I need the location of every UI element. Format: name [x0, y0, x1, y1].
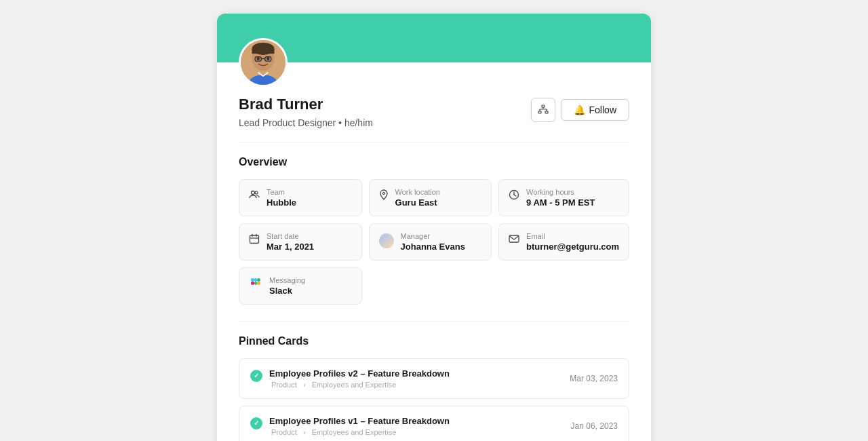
pinned-card-2-date: Jan 06, 2023	[571, 421, 618, 431]
divider-2	[239, 321, 629, 322]
overview-messaging: Messaging Slack	[239, 267, 362, 305]
svg-point-17	[252, 191, 255, 194]
email-value: bturner@getguru.com	[526, 242, 619, 252]
org-chart-icon	[538, 104, 549, 115]
slack-icon	[249, 276, 262, 290]
follow-label: Follow	[589, 104, 616, 115]
svg-rect-30	[257, 278, 260, 282]
overview-manager: Manager Johanna Evans	[369, 223, 492, 261]
svg-line-22	[514, 195, 516, 196]
svg-rect-23	[250, 235, 259, 244]
overview-team: Team Hubble	[239, 179, 362, 216]
overview-grid: Team Hubble Work location Guru East	[239, 179, 629, 305]
working-hours-value: 9 AM - 5 PM EST	[526, 197, 595, 208]
messaging-value: Slack	[269, 286, 305, 296]
overview-email: Email bturner@getguru.com	[498, 223, 629, 261]
pinned-cards-title: Pinned Cards	[239, 335, 629, 347]
profile-text: Brad Turner Lead Product Designer • he/h…	[239, 95, 373, 128]
pinned-card-2-title: Employee Profiles v1 – Feature Breakdown	[269, 416, 450, 426]
pinned-card-1-date: Mar 03, 2023	[570, 374, 618, 383]
team-value: Hubble	[267, 197, 296, 208]
svg-rect-12	[545, 111, 548, 113]
calendar-icon	[249, 233, 260, 247]
svg-rect-28	[251, 282, 254, 285]
svg-rect-29	[251, 278, 254, 282]
overview-section: Overview Team Hubble	[217, 156, 651, 321]
svg-rect-11	[538, 111, 541, 113]
manager-label: Manager	[401, 232, 465, 240]
svg-point-7	[267, 57, 270, 60]
profile-card: Brad Turner Lead Product Designer • he/h…	[217, 14, 651, 441]
work-location-value: Guru East	[395, 197, 440, 208]
location-icon	[379, 189, 389, 203]
svg-rect-31	[257, 282, 260, 285]
pinned-card-2-check	[250, 417, 262, 429]
start-date-label: Start date	[267, 232, 314, 240]
overview-title: Overview	[239, 156, 629, 168]
start-date-value: Mar 1, 2021	[267, 242, 314, 252]
overview-start-date: Start date Mar 1, 2021	[239, 223, 362, 261]
svg-point-19	[382, 192, 384, 194]
org-chart-button[interactable]	[531, 98, 555, 122]
clock-icon	[509, 189, 519, 203]
divider-1	[239, 142, 629, 142]
follow-button[interactable]: 🔔 Follow	[561, 99, 629, 121]
overview-working-hours: Working hours 9 AM - 5 PM EST	[498, 179, 629, 216]
profile-name: Brad Turner	[239, 95, 373, 115]
svg-point-6	[256, 57, 260, 60]
overview-work-location: Work location Guru East	[369, 179, 492, 216]
profile-subtitle: Lead Product Designer • he/him	[239, 117, 373, 128]
bell-icon: 🔔	[574, 104, 585, 115]
email-icon	[509, 233, 519, 246]
team-label: Team	[267, 188, 296, 196]
manager-avatar	[379, 233, 394, 248]
pinned-card-1-breadcrumb: Product › Employees and Expertise	[269, 381, 450, 389]
pinned-card-2[interactable]: Employee Profiles v1 – Feature Breakdown…	[239, 406, 629, 441]
working-hours-label: Working hours	[526, 188, 595, 196]
svg-rect-32	[254, 278, 257, 282]
svg-point-18	[255, 191, 258, 194]
pinned-card-2-left: Employee Profiles v1 – Feature Breakdown…	[250, 416, 450, 436]
pinned-card-1-left: Employee Profiles v2 – Feature Breakdown…	[250, 368, 450, 389]
pinned-card-1-title: Employee Profiles v2 – Feature Breakdown	[269, 368, 450, 379]
email-label: Email	[526, 232, 619, 240]
header-banner	[217, 14, 651, 62]
pinned-card-1[interactable]: Employee Profiles v2 – Feature Breakdown…	[239, 358, 629, 399]
pinned-card-2-breadcrumb: Product › Employees and Expertise	[269, 428, 450, 436]
avatar	[239, 38, 288, 87]
messaging-label: Messaging	[269, 276, 305, 284]
manager-value: Johanna Evans	[401, 242, 465, 252]
svg-rect-33	[254, 282, 257, 285]
work-location-label: Work location	[395, 188, 440, 196]
svg-rect-10	[542, 105, 545, 107]
pinned-cards-section: Pinned Cards Employee Profiles v2 – Feat…	[217, 335, 651, 441]
team-icon	[249, 189, 260, 203]
profile-actions: 🔔 Follow	[531, 98, 629, 122]
pinned-card-1-check	[250, 370, 262, 382]
svg-rect-3	[252, 49, 275, 54]
